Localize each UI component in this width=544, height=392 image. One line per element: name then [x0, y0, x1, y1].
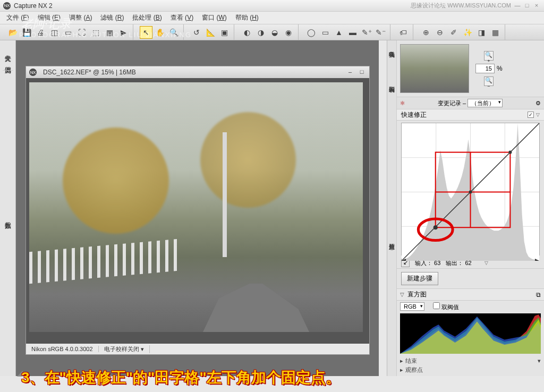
star-icon[interactable]: ✱ [400, 100, 405, 107]
threshold-option[interactable]: 双阀值 [433, 302, 459, 311]
document-statusbar: Nikon sRGB 4.0.0.3002 电子校样关闭 ▾ [26, 344, 369, 354]
histogram-mode-dropdown[interactable]: RGB [400, 302, 424, 311]
gray-point-icon[interactable]: ◑ [254, 26, 267, 39]
close-button[interactable]: × [532, 2, 541, 10]
tab-browser[interactable]: 浏览器 [2, 56, 13, 67]
brush-plus-icon[interactable]: ✎⁺ [360, 26, 373, 39]
document-titlebar[interactable]: NX DSC_1622.NEF* @ 15% | 16MB – □ [26, 66, 369, 78]
straighten-icon[interactable]: 📐 [204, 26, 217, 39]
save-icon[interactable]: 💾 [20, 26, 33, 39]
quickfix-checkbox[interactable]: ✓ [528, 112, 534, 118]
curve-editor[interactable] [401, 123, 540, 255]
status-proof: 电子校样关闭 ▾ [99, 345, 150, 353]
black-point-icon[interactable]: ◐ [241, 26, 253, 39]
expand-icon[interactable]: ▽ [536, 112, 540, 117]
brush-minus-icon[interactable]: ✎⁻ [374, 26, 387, 39]
gradient-icon[interactable]: ▲ [333, 26, 345, 39]
menu-window[interactable]: 窗口 (W) [199, 12, 230, 23]
right-content: 🔍⁺ % 🔍⁻ ✱ 变更记录 – （当前） ⚙ 快速修正 ✓ ▽ [397, 40, 544, 376]
birdeye-panel: 🔍⁺ % 🔍⁻ [397, 40, 544, 97]
right-panel: 鸟瞰镜头 编辑列表 照片信息 🔍⁺ % 🔍⁻ ✱ 变更记录 – （当前） ⚙ 快… [387, 40, 544, 376]
svg-point-12 [469, 191, 472, 194]
new-step-button[interactable]: 新建步骤 [401, 272, 438, 285]
wand-icon[interactable]: ✨ [461, 26, 474, 39]
fullscreen-icon[interactable]: ⛶ [75, 26, 88, 39]
redeye-icon[interactable]: ◉ [282, 26, 295, 39]
white-point-icon[interactable]: ◒ [268, 26, 281, 39]
menu-view[interactable]: 查看 (V) [167, 12, 197, 23]
layout-icon[interactable]: ◫ [48, 26, 61, 39]
histogram-options: RGB 双阀值 [397, 301, 544, 312]
footer-links: ▸结束 ▾ ▸观察点 [397, 355, 544, 376]
doc-maximize-icon[interactable]: □ [358, 69, 366, 76]
histogram-panel: ▽ 直方图 ⧉ RGB 双阀值 ▸结束 ▾ ▸观察点 [397, 289, 544, 376]
threshold-checkbox[interactable] [433, 302, 440, 309]
annotation-text: 3、在"快速修正"的"田字格"左下角加个固定点。 [21, 368, 341, 388]
road-shape [203, 284, 309, 332]
right-rail: 鸟瞰镜头 编辑列表 照片信息 [387, 40, 397, 376]
doc-minimize-icon[interactable]: – [346, 69, 354, 76]
rgb-histogram[interactable] [400, 313, 541, 354]
rail-separator [3, 70, 13, 71]
document-image[interactable] [29, 82, 363, 332]
launcher-icon[interactable]: ▶ [117, 26, 130, 39]
tab-editlist[interactable]: 编辑列表 [387, 78, 396, 86]
tab-photoinfo[interactable]: 照片信息 [387, 235, 396, 243]
titlebar: NX Capture NX 2 思缘设计论坛 WWW.MISSYUAN.COM … [0, 0, 544, 12]
menu-help[interactable]: 帮助 (H) [232, 12, 262, 23]
lasso-icon[interactable]: ◯ [305, 26, 318, 39]
watermark-text: 思缘设计论坛 WWW.MISSYUAN.COM [411, 2, 511, 10]
menu-edit[interactable]: 编辑 (E) [35, 12, 64, 23]
hand-tool-icon[interactable]: ✋ [154, 26, 166, 39]
collapse-icon[interactable]: ▽ [400, 292, 404, 297]
tree-shape [63, 127, 169, 234]
link-end[interactable]: ▸结束 ▾ [400, 357, 541, 365]
quickfix-header[interactable]: 快速修正 ✓ ▽ [397, 109, 544, 121]
canvas-area: NX DSC_1622.NEF* @ 15% | 16MB – □ Nikon … [16, 40, 379, 376]
panel-menu-icon[interactable]: ⧉ [536, 291, 541, 299]
zoom-tool-icon[interactable]: 🔍 [167, 26, 180, 39]
gradient2-icon[interactable]: ◨ [475, 26, 488, 39]
chevron-right-icon: ▸ [400, 367, 403, 373]
rotate-ccw-icon[interactable]: ↺ [190, 26, 203, 39]
chevron-down-icon[interactable]: ▽ [484, 260, 488, 266]
menu-batch[interactable]: 批处理 (B) [129, 12, 165, 23]
app-title: Capture NX 2 [14, 2, 411, 10]
link-watchpoint[interactable]: ▸观察点 [400, 366, 541, 374]
history-header: ✱ 变更记录 – （当前） ⚙ [397, 97, 544, 109]
tag-icon[interactable]: 🏷 [397, 26, 410, 39]
chevron-right-icon: ▸ [400, 357, 403, 364]
svg-point-13 [508, 151, 512, 154]
menu-adjust[interactable]: 调整 (A) [66, 12, 95, 23]
status-colorspace: Nikon sRGB 4.0.0.3002 [26, 346, 99, 352]
gear-icon[interactable]: ⚙ [536, 100, 541, 107]
marquee-icon[interactable]: ▭ [319, 26, 332, 39]
window-toggle-icon[interactable]: ▭ [62, 26, 74, 39]
thumbnail[interactable] [400, 44, 469, 93]
zoom-input[interactable] [475, 64, 495, 73]
tab-metadata[interactable]: 元数据 [2, 212, 13, 223]
toolbar: 📂 💾 🖨 ◫ ▭ ⛶ ⬚ ▦ ▶ ↖ ✋ 🔍 ↺ 📐 ▣ ◐ ◑ ◒ ◉ ◯ … [0, 24, 544, 40]
workspace-icon[interactable]: ▦ [103, 26, 116, 39]
maximize-button[interactable]: □ [523, 2, 531, 10]
open-icon[interactable]: 📂 [6, 26, 19, 39]
new-step-row: 新建步骤 [397, 268, 544, 289]
crop-icon[interactable]: ▣ [218, 26, 231, 39]
tab-folder[interactable]: 文件夹 [2, 45, 13, 55]
print-icon[interactable]: 🖨 [34, 26, 47, 39]
control-point-minus-icon[interactable]: ⊖ [434, 26, 446, 39]
history-dropdown[interactable]: （当前） [468, 99, 503, 107]
control-point-plus-icon[interactable]: ⊕ [420, 26, 432, 39]
zoom-in-icon[interactable]: 🔍⁺ [484, 51, 494, 61]
fill2-icon[interactable]: ▦ [489, 26, 502, 39]
tab-birdeye[interactable]: 鸟瞰镜头 [387, 42, 396, 51]
pointer-tool-icon[interactable]: ↖ [140, 26, 152, 39]
menu-file[interactable]: 文件 (F) [3, 12, 32, 23]
fill-icon[interactable]: ▬ [346, 26, 359, 39]
selection-icon[interactable]: ⬚ [89, 26, 102, 39]
selection-brush-icon[interactable]: ✐ [447, 26, 460, 39]
zoom-out-icon[interactable]: 🔍⁻ [484, 76, 494, 86]
histogram-header[interactable]: ▽ 直方图 ⧉ [397, 289, 544, 301]
menu-filter[interactable]: 滤镜 (R) [97, 12, 127, 23]
minimize-button[interactable]: — [513, 2, 522, 10]
